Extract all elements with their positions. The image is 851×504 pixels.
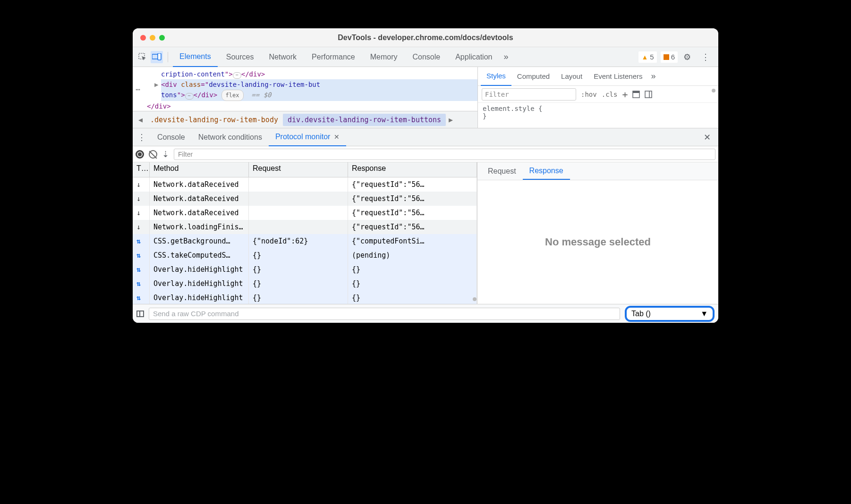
target-select[interactable]: Tab () ▼ <box>625 306 715 322</box>
minimize-window-button[interactable] <box>150 35 155 41</box>
zoom-window-button[interactable] <box>159 35 165 41</box>
crumb-item-selected[interactable]: div.devsite-landing-row-item-buttons <box>283 114 446 126</box>
styles-filter-input[interactable]: Filter <box>482 88 576 101</box>
styles-tab-layout[interactable]: Layout <box>555 67 588 86</box>
elements-panel: ⋯ cription-content">⋯</div> ▶<div class=… <box>133 67 718 128</box>
table-row[interactable]: Network.loadingFinis…{"requestId":"56… <box>133 220 477 234</box>
tab-sources[interactable]: Sources <box>220 47 261 67</box>
record-button[interactable] <box>136 150 144 159</box>
selected-node-indicator: == $0 <box>251 91 271 99</box>
table-row[interactable]: Overlay.hideHighlight{}{} <box>133 262 477 277</box>
kebab-menu-icon[interactable]: ⋮ <box>697 52 715 62</box>
more-tabs-icon[interactable]: » <box>501 52 511 62</box>
row-method: Network.dataReceived <box>150 192 249 206</box>
tab-elements[interactable]: Elements <box>173 47 218 67</box>
row-response: {"requestId":"56… <box>348 220 477 234</box>
row-direction-icon <box>133 262 150 277</box>
tab-performance[interactable]: Performance <box>305 47 362 67</box>
issues-badge[interactable]: 6 <box>661 51 678 63</box>
drawer-tab-console[interactable]: Console <box>151 128 192 146</box>
row-request: {"nodeId":62} <box>249 234 348 248</box>
row-request <box>249 192 348 206</box>
svg-rect-5 <box>645 91 652 98</box>
row-response: {} <box>348 291 477 304</box>
crumb-item[interactable]: .devsite-landing-row-item-body <box>145 114 283 126</box>
main-toolbar: Elements Sources Network Performance Mem… <box>133 47 718 67</box>
flexbox-editor-icon[interactable] <box>632 91 640 98</box>
styles-tab-computed[interactable]: Computed <box>511 67 555 86</box>
row-response: {"requestId":"56… <box>348 177 477 192</box>
drawer-tab-network-conditions[interactable]: Network conditions <box>192 128 269 146</box>
pm-filter-input[interactable]: Filter <box>174 149 715 160</box>
col-response[interactable]: Response <box>348 162 477 177</box>
tab-network[interactable]: Network <box>262 47 303 67</box>
clear-button[interactable] <box>149 150 157 159</box>
styles-tab-styles[interactable]: Styles <box>481 67 511 86</box>
separator <box>168 52 168 62</box>
row-direction-icon <box>133 220 150 234</box>
inspect-element-icon[interactable] <box>136 51 149 63</box>
styles-more-icon[interactable]: » <box>648 71 659 81</box>
table-row[interactable]: Overlay.hideHighlight{}{} <box>133 291 477 304</box>
row-direction-icon <box>133 192 150 206</box>
toggle-sidebar-icon[interactable] <box>136 311 144 317</box>
window-titlebar: DevTools - developer.chrome.com/docs/dev… <box>133 28 718 47</box>
cls-toggle[interactable]: .cls <box>602 91 618 98</box>
table-row[interactable]: CSS.takeComputedS…{}(pending) <box>133 248 477 262</box>
styles-tab-event-listeners[interactable]: Event Listeners <box>588 67 648 86</box>
pm-detail-pane: Request Response No message selected <box>477 162 718 304</box>
row-direction-icon <box>133 248 150 262</box>
drawer-tab-protocol-monitor[interactable]: Protocol monitor✕ <box>269 128 347 146</box>
row-request <box>249 206 348 220</box>
warning-count: 5 <box>650 53 654 61</box>
close-window-button[interactable] <box>140 35 146 41</box>
drawer-tabbar: ⋮ Console Network conditions Protocol mo… <box>133 128 718 146</box>
scrollbar-thumb <box>712 89 715 92</box>
row-response: {"computedFontSi… <box>348 234 477 248</box>
tab-application[interactable]: Application <box>449 47 499 67</box>
row-method: CSS.getBackground… <box>150 234 249 248</box>
col-method[interactable]: Method <box>150 162 249 177</box>
window-title: DevTools - developer.chrome.com/docs/dev… <box>133 34 718 42</box>
close-tab-icon[interactable]: ✕ <box>334 133 340 141</box>
cdp-command-input[interactable]: Send a raw CDP command <box>149 308 620 320</box>
flex-badge[interactable]: flex <box>221 90 244 101</box>
crumb-prev-icon[interactable]: ◀ <box>136 116 145 124</box>
table-row[interactable]: Network.dataReceived{"requestId":"56… <box>133 192 477 206</box>
warnings-badge[interactable]: ▲ 5 <box>638 51 656 63</box>
crumb-next-icon[interactable]: ▶ <box>446 116 456 124</box>
styles-tabs: Styles Computed Layout Event Listeners » <box>478 67 718 86</box>
col-request[interactable]: Request <box>249 162 348 177</box>
settings-icon[interactable]: ⚙ <box>680 52 695 62</box>
pm-table-header: T… Method Request Response <box>133 162 477 177</box>
scrollbar-thumb <box>473 297 477 301</box>
row-response: {} <box>348 277 477 291</box>
hov-toggle[interactable]: :hov <box>581 91 597 98</box>
tab-console[interactable]: Console <box>406 47 447 67</box>
table-row[interactable]: Overlay.hideHighlight{}{} <box>133 277 477 291</box>
pm-detail-tab-response[interactable]: Response <box>523 162 570 180</box>
computed-sidebar-icon[interactable] <box>645 91 652 98</box>
tab-memory[interactable]: Memory <box>364 47 404 67</box>
row-response: {"requestId":"56… <box>348 192 477 206</box>
col-type[interactable]: T… <box>133 162 150 177</box>
row-direction-icon <box>133 291 150 304</box>
drawer-menu-icon[interactable]: ⋮ <box>136 132 151 143</box>
row-response: (pending) <box>348 248 477 262</box>
style-rules[interactable]: element.style { } <box>478 103 718 122</box>
dom-tree[interactable]: ⋯ cription-content">⋯</div> ▶<div class=… <box>133 67 477 128</box>
row-method: Overlay.hideHighlight <box>150 262 249 277</box>
row-request: {} <box>249 277 348 291</box>
table-row[interactable]: Network.dataReceived{"requestId":"56… <box>133 177 477 192</box>
pm-detail-tab-request[interactable]: Request <box>481 162 523 180</box>
styles-pane: Styles Computed Layout Event Listeners »… <box>477 67 718 128</box>
download-icon[interactable]: ⇣ <box>162 149 169 160</box>
drawer-close-icon[interactable]: ✕ <box>699 132 715 143</box>
table-row[interactable]: CSS.getBackground…{"nodeId":62}{"compute… <box>133 234 477 248</box>
row-request: {} <box>249 248 348 262</box>
new-style-rule-icon[interactable]: + <box>622 89 628 100</box>
device-toolbar-icon[interactable] <box>151 51 163 63</box>
table-row[interactable]: Network.dataReceived{"requestId":"56… <box>133 206 477 220</box>
svg-rect-2 <box>158 53 161 60</box>
protocol-monitor-body: T… Method Request Response Network.dataR… <box>133 162 718 304</box>
